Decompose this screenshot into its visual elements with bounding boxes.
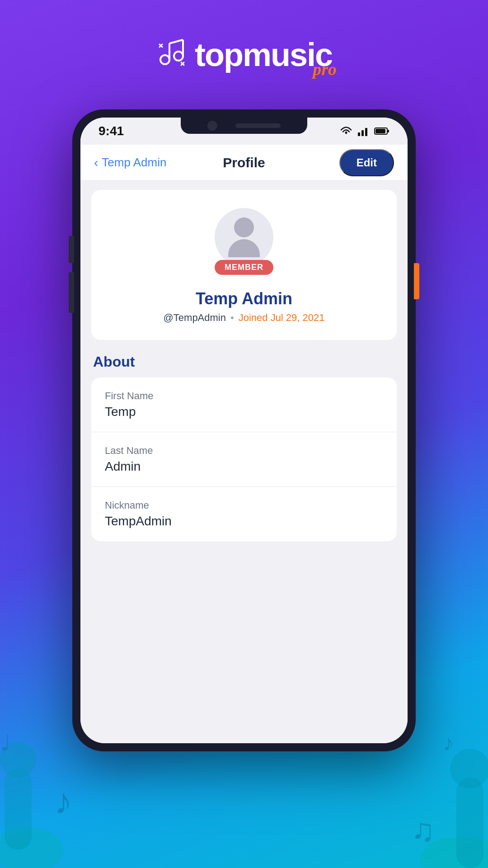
svg-point-0 xyxy=(160,55,169,64)
field-label-1: Last Name xyxy=(105,445,383,457)
profile-meta: @TempAdmin • Joined Jul 29, 2021 xyxy=(163,312,324,324)
camera-icon xyxy=(207,121,217,131)
svg-text:♫: ♫ xyxy=(411,812,435,848)
svg-text:♪: ♪ xyxy=(443,730,454,755)
back-button[interactable]: ‹ Temp Admin xyxy=(94,156,194,170)
phone-screen: 9:41 xyxy=(80,118,408,743)
logo-text-container: topmusic pro xyxy=(195,38,332,71)
svg-point-22 xyxy=(450,749,488,788)
back-chevron-icon: ‹ xyxy=(94,156,98,170)
page-title: Profile xyxy=(194,155,294,170)
about-field-1: Last Name Admin xyxy=(91,432,397,487)
svg-text:♩: ♩ xyxy=(0,730,11,755)
edit-button[interactable]: Edit xyxy=(339,149,394,176)
nav-actions: Edit xyxy=(294,149,394,176)
wifi-icon xyxy=(340,126,352,136)
field-label-2: Nickname xyxy=(105,500,383,511)
about-field-2: Nickname TempAdmin xyxy=(91,487,397,541)
svg-rect-13 xyxy=(375,129,385,133)
speaker-icon xyxy=(235,123,281,128)
battery-icon xyxy=(374,126,389,136)
member-badge: MEMBER xyxy=(215,260,273,275)
status-time: 9:41 xyxy=(99,124,124,138)
svg-point-17 xyxy=(0,741,36,778)
svg-point-1 xyxy=(174,52,183,61)
svg-rect-11 xyxy=(365,128,367,136)
svg-rect-21 xyxy=(456,778,483,868)
svg-line-4 xyxy=(169,40,183,43)
field-value-2: TempAdmin xyxy=(105,514,383,528)
svg-rect-14 xyxy=(388,130,389,132)
logo-pro: pro xyxy=(313,59,337,79)
svg-rect-10 xyxy=(361,130,364,136)
power-button xyxy=(414,263,419,299)
field-value-1: Admin xyxy=(105,459,383,474)
field-value-0: Temp xyxy=(105,405,383,419)
about-section: About First Name Temp Last Name Admin Ni… xyxy=(91,354,397,541)
profile-separator: • xyxy=(230,312,234,324)
screen-content[interactable]: MEMBER Temp Admin @TempAdmin • Joined Ju… xyxy=(80,181,408,743)
svg-rect-16 xyxy=(5,769,32,850)
avatar-person-icon xyxy=(228,217,260,257)
logo-icon xyxy=(156,36,188,73)
svg-rect-9 xyxy=(358,132,360,136)
avatar-container: MEMBER xyxy=(215,208,273,267)
avatar-head xyxy=(234,217,254,237)
about-title: About xyxy=(91,354,397,370)
avatar-body xyxy=(228,239,260,257)
svg-text:♪: ♪ xyxy=(54,781,72,821)
status-icons xyxy=(340,126,389,136)
phone-frame: 9:41 xyxy=(72,109,416,751)
about-card: First Name Temp Last Name Admin Nickname… xyxy=(91,377,397,541)
phone-notch xyxy=(181,118,307,134)
signal-icon xyxy=(357,126,370,136)
volume-down-button xyxy=(69,272,74,313)
svg-point-20 xyxy=(420,836,488,868)
avatar xyxy=(215,208,273,267)
logo-name: topmusic xyxy=(195,37,332,73)
logo-area: topmusic pro xyxy=(156,36,332,73)
svg-point-15 xyxy=(0,827,63,868)
profile-joined-date: Joined Jul 29, 2021 xyxy=(239,312,325,324)
navigation-bar: ‹ Temp Admin Profile Edit xyxy=(80,145,408,181)
about-field-0: First Name Temp xyxy=(91,377,397,432)
profile-name: Temp Admin xyxy=(196,289,292,308)
back-label: Temp Admin xyxy=(102,156,166,170)
profile-card: MEMBER Temp Admin @TempAdmin • Joined Ju… xyxy=(91,190,397,340)
about-fields: First Name Temp Last Name Admin Nickname… xyxy=(91,377,397,541)
volume-up-button xyxy=(69,236,74,263)
field-label-0: First Name xyxy=(105,390,383,402)
profile-username: @TempAdmin xyxy=(163,312,226,324)
